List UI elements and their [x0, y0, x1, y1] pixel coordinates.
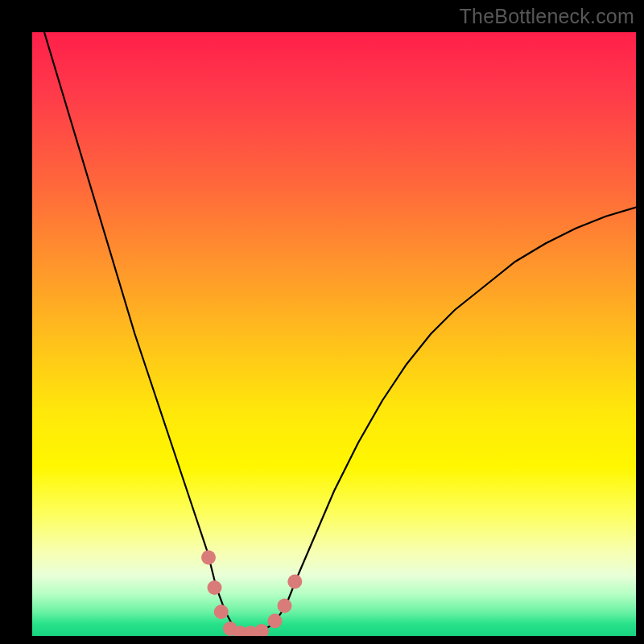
marker-point	[278, 599, 292, 613]
chart-frame: TheBottleneck.com	[0, 0, 644, 644]
curve-svg	[32, 32, 636, 636]
marker-point	[268, 613, 283, 628]
marker-point	[214, 605, 229, 619]
marker-group	[201, 551, 302, 637]
marker-point	[208, 580, 222, 595]
marker-point	[287, 575, 302, 589]
bottleneck-curve	[44, 32, 636, 633]
plot-area	[32, 32, 636, 636]
marker-point	[254, 624, 269, 636]
marker-point	[201, 551, 216, 565]
watermark-text: TheBottleneck.com	[460, 5, 634, 28]
